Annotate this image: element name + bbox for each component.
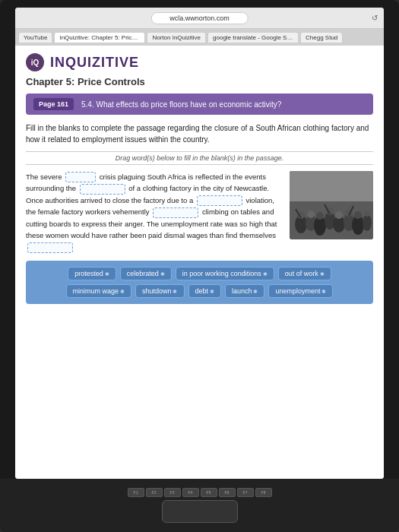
tabs-bar: YouTube InQuizitive: Chapter 5: Price Co… [15, 29, 384, 46]
passage-image [290, 171, 373, 239]
key-f8[interactable]: F8 [255, 488, 272, 497]
inq-logo-icon: iQ [26, 53, 44, 71]
tab-inquizitive[interactable]: InQuizitive: Chapter 5: Price Controls [54, 32, 145, 43]
crowd-svg [290, 171, 373, 239]
passage-part-1: The severe [26, 173, 64, 181]
page-banner: Page 161 5.4. What effects do price floo… [26, 93, 373, 115]
chip-out-of-work[interactable]: out of work [278, 267, 331, 280]
chip-debt[interactable]: debt [188, 284, 221, 298]
passage-container: The severe crisis plaguing South Africa … [26, 171, 373, 253]
inq-header: iQ INQUIZITIVE [26, 53, 373, 71]
keyboard-row: F1 F2 F3 F4 F5 F6 F7 F8 [128, 488, 272, 497]
page-question: 5.4. What effects do price floors have o… [81, 100, 281, 109]
passage-image-inner [290, 171, 373, 239]
word-chips-area: protested celebrated in poor working con… [26, 261, 373, 304]
svg-point-14 [335, 211, 343, 219]
svg-point-17 [364, 211, 370, 217]
tab-youtube[interactable]: YouTube [18, 32, 52, 43]
chip-minimum-wage[interactable]: minimum wage [66, 284, 131, 298]
refresh-icon[interactable]: ↺ [372, 14, 378, 22]
trackpad[interactable] [162, 500, 238, 523]
key-f1[interactable]: F1 [128, 488, 144, 497]
blank-1[interactable] [65, 172, 96, 182]
laptop-bottom: F1 F2 F3 F4 F5 F6 F7 F8 [0, 479, 399, 532]
key-f7[interactable]: F7 [237, 488, 254, 497]
blank-2[interactable] [80, 184, 125, 195]
key-f3[interactable]: F3 [164, 488, 181, 497]
blank-4[interactable] [153, 207, 198, 218]
drag-instruction: Drag word(s) below to fill in the blank(… [26, 151, 373, 165]
tab-google[interactable]: google translate - Google Search [207, 32, 299, 43]
key-f5[interactable]: F5 [201, 488, 217, 497]
svg-point-9 [363, 214, 372, 231]
browser-chrome: wcla.wwnorton.com ↺ [15, 8, 384, 29]
chip-celebrated[interactable]: celebrated [120, 267, 172, 280]
app-title: INQUIZITIVE [50, 55, 139, 71]
key-f2[interactable]: F2 [146, 488, 163, 497]
laptop-outer: wcla.wwnorton.com ↺ YouTube InQuizitive:… [0, 0, 399, 532]
chip-unemployment[interactable]: unemployment [268, 284, 333, 298]
tab-norton[interactable]: Norton InQuizitive [147, 32, 206, 43]
tab-chegg[interactable]: Chegg Stud [300, 32, 343, 43]
instructions: Fill in the blanks to complete the passa… [26, 122, 373, 145]
blank-3[interactable] [197, 195, 242, 206]
address-bar[interactable]: wcla.wwnorton.com [150, 12, 249, 24]
chip-launch[interactable]: launch [225, 284, 264, 298]
chip-protested[interactable]: protested [68, 267, 116, 280]
key-f4[interactable]: F4 [182, 488, 199, 497]
page-badge: Page 161 [33, 98, 74, 110]
svg-point-12 [316, 212, 324, 220]
svg-rect-1 [290, 171, 373, 201]
key-f6[interactable]: F6 [219, 488, 236, 497]
passage-text: The severe crisis plaguing South Africa … [26, 171, 283, 253]
svg-point-11 [307, 211, 315, 218]
chip-poor-working[interactable]: in poor working conditions [176, 267, 274, 280]
page-content: iQ INQUIZITIVE Chapter 5: Price Controls… [15, 46, 384, 479]
svg-point-16 [354, 211, 362, 219]
chip-shutdown[interactable]: shutdown [135, 284, 184, 298]
blank-5[interactable] [27, 242, 73, 253]
screen: wcla.wwnorton.com ↺ YouTube InQuizitive:… [15, 8, 384, 479]
chapter-title: Chapter 5: Price Controls [26, 76, 373, 87]
